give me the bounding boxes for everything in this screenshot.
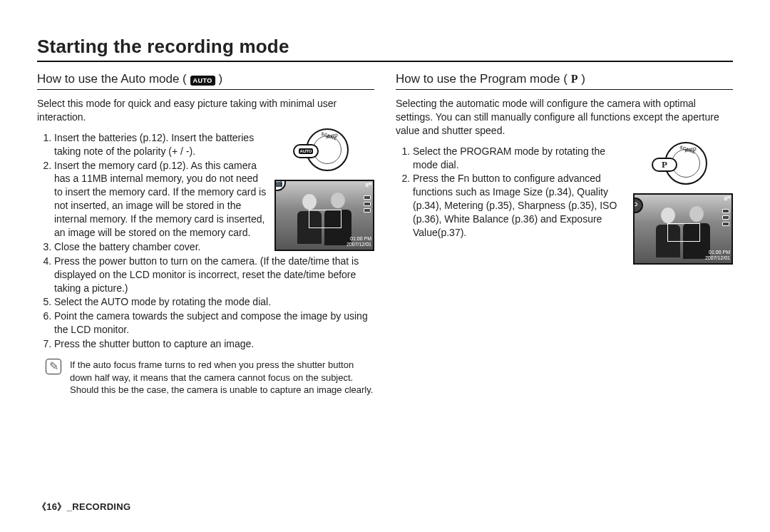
left-subhead-row: How to use the Auto mode ( AUTO ) bbox=[37, 72, 374, 90]
left-intro: Select this mode for quick and easy pict… bbox=[37, 97, 374, 124]
lcd-resolution: 8 bbox=[724, 195, 727, 202]
dial-highlight-label: P bbox=[662, 159, 667, 170]
step-item: Select the AUTO mode by rotating the mod… bbox=[54, 295, 374, 309]
lcd-date: 2007/12/01 bbox=[346, 242, 371, 247]
right-illustrations: SCENE AUTO P P 8ᴹ bbox=[633, 142, 733, 265]
lcd-resolution: 8 bbox=[366, 182, 369, 188]
dial-highlight-label: AUTO bbox=[299, 148, 314, 154]
right-subhead-text: How to use the Program mode ( P ) bbox=[396, 72, 585, 86]
note-icon: ✎ bbox=[46, 359, 61, 374]
left-column: How to use the Auto mode ( AUTO ) Select… bbox=[37, 72, 374, 397]
camera-icon: 📷 bbox=[274, 180, 286, 191]
lcd-top-right: 8ᴹ bbox=[724, 196, 730, 202]
lcd-bottom-right: 01:00 PM 2007/12/01 bbox=[705, 250, 730, 262]
right-subhead-row: How to use the Program mode ( P ) bbox=[396, 72, 733, 90]
step-item: Press the power button to turn on the ca… bbox=[54, 255, 374, 295]
left-heading-prefix: How to use the Auto mode ( bbox=[37, 72, 187, 86]
program-badge-icon: P bbox=[633, 198, 643, 213]
right-intro: Selecting the automatic mode will config… bbox=[396, 97, 733, 138]
right-steps-area: SCENE AUTO P P 8ᴹ bbox=[396, 145, 733, 265]
lcd-preview-auto: 📷 8ᴹ 01:00 PM 2007/12/01 bbox=[274, 180, 374, 251]
lcd-preview-program: P 8ᴹ 01:00 PM 2007/12/01 bbox=[633, 193, 733, 265]
right-heading-suffix: ) bbox=[581, 72, 585, 86]
lcd-top-right: 8ᴹ bbox=[366, 183, 371, 188]
mode-dial-illustration-auto: SCENE AUTO AUTO bbox=[293, 128, 356, 174]
focus-frame bbox=[667, 223, 700, 242]
left-heading-suffix: ) bbox=[219, 72, 223, 86]
footer-bracket-open: 《 bbox=[37, 501, 46, 512]
dial-selection-highlight: AUTO bbox=[293, 144, 319, 158]
footer-bracket-close: 》 bbox=[57, 501, 66, 512]
step-item: Point the camera towards the subject and… bbox=[54, 310, 374, 337]
manual-page: Starting the recording mode How to use t… bbox=[0, 0, 770, 532]
lcd-side-indicators bbox=[722, 209, 729, 226]
step-item: Press the shutter button to capture an i… bbox=[54, 337, 374, 351]
program-mode-icon: P bbox=[571, 73, 578, 86]
right-column: How to use the Program mode ( P ) Select… bbox=[396, 72, 733, 397]
lcd-side-indicators bbox=[364, 195, 371, 213]
note-block: ✎ If the auto focus frame turns to red w… bbox=[37, 359, 374, 397]
left-steps-area: SCENE AUTO AUTO 📷 8ᴹ bbox=[37, 131, 374, 352]
lcd-date: 2007/12/01 bbox=[705, 255, 730, 260]
right-heading-prefix: How to use the Program mode ( bbox=[396, 72, 568, 86]
mode-dial-illustration-program: SCENE AUTO P bbox=[652, 142, 714, 188]
lcd-time: 01:00 PM bbox=[709, 250, 730, 255]
page-title-rule: Starting the recording mode bbox=[37, 36, 733, 62]
lcd-time: 01:00 PM bbox=[350, 236, 371, 241]
page-footer: 《16》_RECORDING bbox=[37, 501, 130, 513]
focus-frame bbox=[309, 210, 342, 228]
dial-selection-highlight: P bbox=[652, 158, 677, 172]
two-column-layout: How to use the Auto mode ( AUTO ) Select… bbox=[37, 72, 733, 397]
left-subhead-text: How to use the Auto mode ( AUTO ) bbox=[37, 72, 222, 86]
page-title: Starting the recording mode bbox=[37, 36, 733, 58]
lcd-bottom-right: 01:00 PM 2007/12/01 bbox=[346, 236, 371, 248]
note-text: If the auto focus frame turns to red whe… bbox=[70, 359, 374, 397]
footer-section: _RECORDING bbox=[67, 501, 131, 512]
footer-page-number: 16 bbox=[46, 501, 57, 512]
left-illustrations: SCENE AUTO AUTO 📷 8ᴹ bbox=[274, 128, 374, 251]
auto-mode-icon: AUTO bbox=[190, 76, 215, 86]
